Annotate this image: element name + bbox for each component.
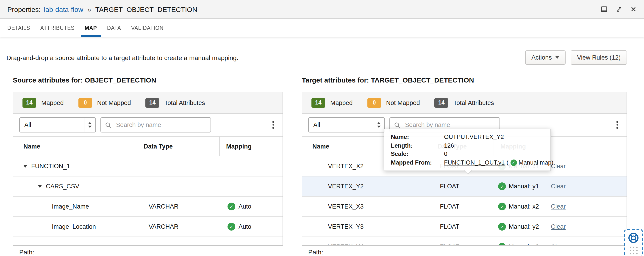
column-header-data-type: Data Type [137, 137, 219, 156]
mapped-check-icon [498, 182, 506, 190]
attribute-row-clipped [13, 237, 282, 246]
column-header-mapping: Mapping [219, 137, 282, 156]
help-widget[interactable] [624, 229, 643, 256]
help-lifering-icon[interactable] [628, 232, 640, 244]
attribute-name: VERTEX_X4 [302, 237, 431, 246]
clear-mapping-link[interactable]: Clear [551, 183, 566, 190]
properties-titlebar: Properties: lab-data-flow » TARGET_OBJEC… [0, 0, 644, 19]
mapped-check-icon [498, 223, 506, 231]
attribute-row-vertex-y3[interactable]: VERTEX_Y3 FLOAT Manual: y2 Clear [302, 217, 626, 237]
object-name: TARGET_OBJECT_DETECTION [96, 5, 198, 13]
map-toolbar: Drag-and-drop a source attribute to a ta… [6, 50, 627, 65]
filter-select-value: All [24, 121, 31, 128]
attribute-name: Image_Name [13, 197, 137, 216]
not-mapped-label: Not Mapped [386, 99, 420, 106]
not-mapped-count-badge: 0 [368, 98, 381, 107]
tab-details[interactable]: DETAILS [2, 19, 35, 37]
attribute-data-type: VARCHAR [137, 197, 219, 216]
overflow-menu-icon[interactable] [270, 119, 276, 131]
view-rules-button[interactable]: View Rules (12) [570, 50, 627, 65]
tooltip-scale-label: Scale: [391, 150, 444, 158]
manual-map-check-icon [510, 160, 517, 166]
not-mapped-label: Not Mapped [97, 99, 131, 106]
tab-map[interactable]: MAP [80, 19, 102, 37]
breadcrumb-separator-icon: » [88, 5, 91, 13]
search-input[interactable] [115, 121, 206, 129]
attribute-data-type: FLOAT [431, 237, 494, 246]
drag-handle-icon[interactable] [630, 247, 637, 255]
attribute-data-type: FLOAT [431, 197, 494, 216]
mapped-count-badge: 14 [312, 98, 325, 107]
window-controls [600, 5, 637, 13]
mapped-check-icon [228, 203, 235, 210]
source-path-label: Path: [19, 249, 34, 256]
attribute-row-vertex-y2[interactable]: VERTEX_Y2 FLOAT Manual: y1 Clear [302, 177, 626, 197]
attribute-row-image-name[interactable]: Image_Name VARCHAR Auto [13, 197, 282, 217]
total-label: Total Attributes [164, 99, 205, 106]
source-attributes-panel: 14 Mapped 0 Not Mapped 14 Total Attribut… [13, 92, 283, 246]
search-input[interactable] [404, 121, 496, 129]
mapped-label: Mapped [41, 99, 64, 106]
mapping-type: Manual: y2 [509, 223, 548, 230]
collapse-toggle-icon[interactable] [38, 185, 42, 188]
select-arrows-icon [84, 118, 96, 132]
attribute-row-image-location[interactable]: Image_Location VARCHAR Auto [13, 217, 282, 237]
mapped-check-icon [498, 203, 506, 210]
clear-mapping-link[interactable]: Clear [551, 244, 566, 246]
tab-validation[interactable]: VALIDATION [126, 19, 168, 37]
target-panel-title: Target attributes for: TARGET_OBJECT_DET… [302, 76, 474, 84]
group-row-function-1[interactable]: FUNCTION_1 [13, 156, 282, 177]
tooltip-length-label: Length: [391, 141, 444, 150]
tooltip-scale-value: 0 [444, 150, 447, 158]
search-icon [105, 122, 112, 128]
mapping-instruction: Drag-and-drop a source attribute to a ta… [6, 54, 525, 61]
dock-panel-icon[interactable] [600, 5, 608, 13]
tab-data[interactable]: DATA [102, 19, 126, 37]
source-panel-title: Source attributes for: OBJECT_DETECTION [13, 76, 156, 84]
attribute-row-vertex-x4[interactable]: VERTEX_X4 FLOAT Manual: x3 Clear [302, 237, 626, 246]
source-table-header: Name Data Type Mapping [13, 137, 282, 156]
group-name: FUNCTION_1 [31, 163, 70, 170]
mapped-from-attribute-link: FUNCTION_1_OUT.y1 [444, 158, 504, 167]
flow-breadcrumb-link[interactable]: lab-data-flow [44, 5, 83, 13]
mapped-check-icon [228, 223, 235, 231]
attribute-data-type: VARCHAR [137, 217, 219, 237]
properties-tabs: DETAILS ATTRIBUTES MAP DATA VALIDATION [0, 19, 644, 37]
target-path-label: Path: [308, 249, 323, 256]
attribute-filter-select[interactable]: All [19, 117, 96, 132]
expand-icon[interactable] [616, 6, 622, 12]
select-arrows-icon [373, 118, 384, 132]
properties-label: Properties: [7, 5, 40, 13]
actions-button-label: Actions [532, 54, 552, 61]
mapping-type: Manual: x3 [509, 244, 548, 246]
attribute-filter-select[interactable]: All [308, 117, 385, 132]
attribute-name: VERTEX_Y3 [302, 217, 431, 237]
attribute-data-type: FLOAT [431, 177, 494, 196]
group-name: CARS_CSV [46, 183, 79, 190]
column-header-name: Name [13, 137, 137, 156]
attribute-data-type: FLOAT [431, 217, 494, 237]
view-rules-label: View Rules (12) [577, 54, 620, 61]
mapping-type: Manual: y1 [509, 183, 548, 190]
tab-attributes[interactable]: ATTRIBUTES [35, 19, 80, 37]
clear-mapping-link[interactable]: Clear [551, 203, 566, 210]
mapped-label: Mapped [330, 99, 353, 106]
caret-down-icon [556, 56, 559, 59]
source-stats-bar: 14 Mapped 0 Not Mapped 14 Total Attribut… [13, 92, 282, 114]
clear-mapping-link[interactable]: Clear [551, 223, 566, 230]
total-label: Total Attributes [454, 99, 494, 106]
group-row-cars-csv[interactable]: CARS_CSV [13, 177, 282, 197]
source-search-box [100, 117, 211, 132]
tooltip-length-value: 126 [444, 141, 454, 150]
attribute-row-vertex-x3[interactable]: VERTEX_X3 FLOAT Manual: x2 Clear [302, 197, 626, 217]
tooltip-map-status: Manual map) [518, 158, 554, 167]
actions-button[interactable]: Actions [525, 50, 566, 65]
properties-window: Properties: lab-data-flow » TARGET_OBJEC… [0, 0, 644, 256]
search-icon [394, 122, 400, 128]
close-icon[interactable] [630, 6, 637, 12]
overflow-menu-icon[interactable] [614, 119, 620, 131]
tooltip-paren-open: ( [506, 158, 508, 167]
collapse-toggle-icon[interactable] [24, 165, 27, 168]
tooltip-mapped-from-label: Mapped From: [391, 158, 444, 167]
attribute-tooltip: Name: OUTPUT.VERTEX_Y2 Length: 126 Scale… [384, 129, 551, 171]
